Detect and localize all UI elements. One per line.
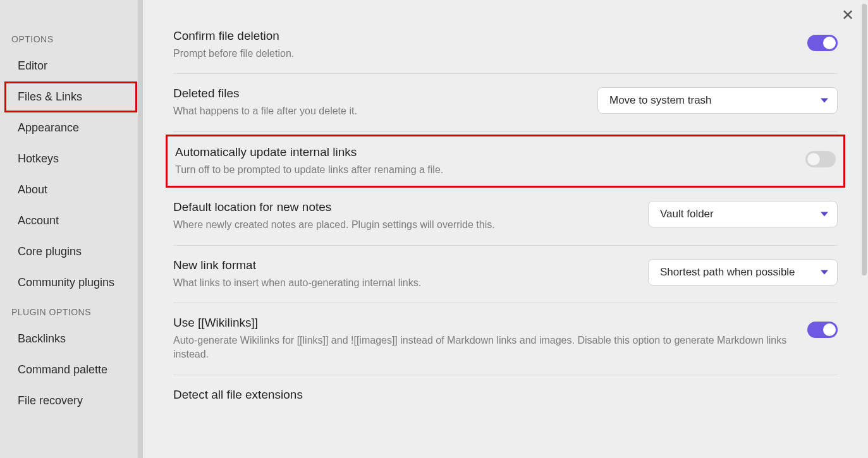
- setting-title: New link format: [173, 258, 630, 272]
- setting-title: Confirm file deletion: [173, 29, 790, 43]
- chevron-down-icon: [821, 99, 828, 103]
- sidebar-item-appearance[interactable]: Appearance: [0, 112, 143, 143]
- sidebar-item-backlinks[interactable]: Backlinks: [0, 323, 143, 354]
- sidebar-item-account[interactable]: Account: [0, 205, 143, 236]
- setting-title: Default location for new notes: [173, 200, 630, 214]
- setting-title: Deleted files: [173, 87, 580, 100]
- scrollbar-thumb[interactable]: [862, 4, 867, 275]
- wikilinks-toggle[interactable]: [807, 322, 838, 338]
- sidebar-item-community-plugins[interactable]: Community plugins: [0, 267, 143, 298]
- link-format-dropdown[interactable]: Shortest path when possible: [648, 259, 838, 286]
- setting-desc: Where newly created notes are placed. Pl…: [173, 218, 630, 232]
- confirm-delete-toggle[interactable]: [807, 35, 838, 51]
- sidebar-item-command-palette[interactable]: Command palette: [0, 354, 143, 385]
- setting-title: Use [[Wikilinks]]: [173, 316, 790, 330]
- setting-title: Automatically update internal links: [175, 145, 788, 159]
- sidebar-item-file-recovery[interactable]: File recovery: [0, 385, 143, 416]
- setting-deleted-files: Deleted files What happens to a file aft…: [173, 74, 838, 131]
- sidebar-item-core-plugins[interactable]: Core plugins: [0, 236, 143, 267]
- deleted-files-dropdown[interactable]: Move to system trash: [597, 87, 838, 114]
- sidebar-item-editor[interactable]: Editor: [0, 51, 143, 81]
- dropdown-value: Shortest path when possible: [660, 266, 795, 278]
- settings-sidebar: OPTIONS Editor Files & Links Appearance …: [0, 0, 143, 458]
- setting-title: Detect all file extensions: [173, 388, 838, 402]
- setting-desc: Auto-generate Wikilinks for [[links]] an…: [173, 334, 790, 362]
- sidebar-item-hotkeys[interactable]: Hotkeys: [0, 143, 143, 174]
- dropdown-value: Move to system trash: [609, 94, 712, 106]
- sidebar-section-options: OPTIONS: [0, 34, 143, 51]
- dropdown-value: Vault folder: [660, 208, 714, 220]
- settings-content: ✕ Confirm file deletion Prompt before fi…: [143, 0, 868, 458]
- setting-confirm-delete: Confirm file deletion Prompt before file…: [173, 25, 838, 74]
- setting-wikilinks: Use [[Wikilinks]] Auto-generate Wikilink…: [173, 303, 838, 375]
- setting-detect-extensions: Detect all file extensions: [173, 375, 838, 418]
- setting-default-location: Default location for new notes Where new…: [173, 188, 838, 245]
- setting-desc: Prompt before file deletion.: [173, 47, 790, 61]
- setting-link-format: New link format What links to insert whe…: [173, 246, 838, 303]
- setting-desc: Turn off to be prompted to update links …: [175, 163, 788, 177]
- setting-auto-update-links: Automatically update internal links Turn…: [166, 135, 845, 188]
- sidebar-item-files-links[interactable]: Files & Links: [4, 81, 137, 112]
- chevron-down-icon: [821, 270, 828, 274]
- sidebar-section-plugin-options: PLUGIN OPTIONS: [0, 307, 143, 323]
- default-location-dropdown[interactable]: Vault folder: [648, 201, 838, 227]
- auto-update-links-toggle[interactable]: [805, 151, 836, 167]
- setting-desc: What links to insert when auto-generatin…: [173, 276, 630, 290]
- setting-desc: What happens to a file after you delete …: [173, 104, 580, 118]
- chevron-down-icon: [821, 212, 828, 217]
- sidebar-item-about[interactable]: About: [0, 174, 143, 205]
- close-icon[interactable]: ✕: [841, 6, 854, 24]
